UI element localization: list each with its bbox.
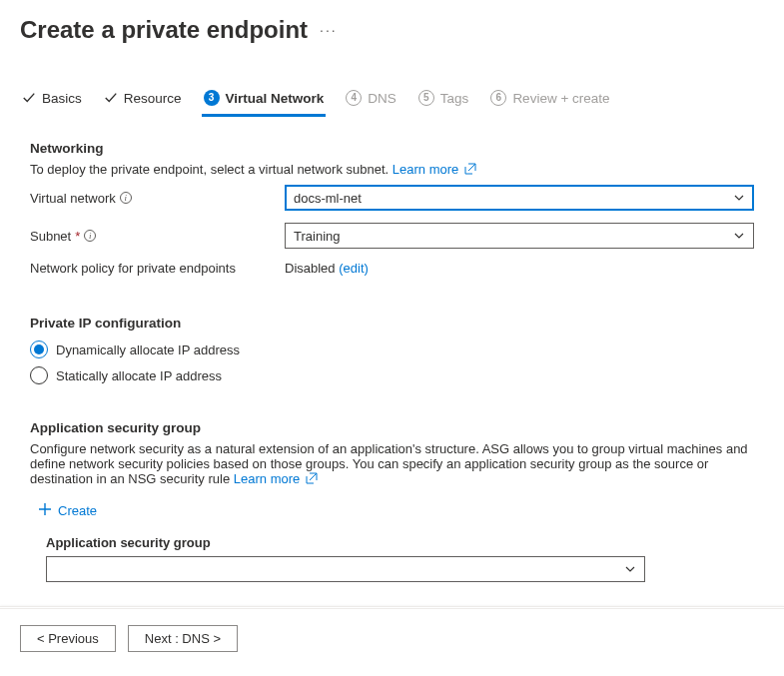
asg-sub-label: Application security group: [46, 535, 754, 550]
tab-tags-label: Tags: [440, 91, 469, 106]
learn-more-label: Learn more: [392, 162, 458, 177]
page-title: Create a private endpoint: [20, 16, 308, 44]
more-options-icon[interactable]: ···: [320, 22, 338, 38]
ip-config-section-title: Private IP configuration: [30, 316, 754, 331]
tab-basics[interactable]: Basics: [20, 85, 84, 117]
asg-desc-text: Configure network security as a natural …: [30, 441, 748, 486]
subnet-select[interactable]: Training: [285, 223, 754, 249]
asg-create-button[interactable]: Create: [38, 502, 97, 519]
step-number-icon: 6: [490, 90, 506, 106]
info-icon[interactable]: i: [84, 230, 96, 242]
tab-dns-label: DNS: [368, 91, 396, 106]
chevron-down-icon: [733, 230, 745, 242]
wizard-tabs: Basics Resource 3 Virtual Network 4 DNS …: [0, 84, 784, 117]
step-number-icon: 3: [204, 90, 220, 106]
radio-static-label: Statically allocate IP address: [56, 368, 222, 383]
networking-desc-text: To deploy the private endpoint, select a…: [30, 162, 389, 177]
checkmark-icon: [104, 91, 118, 105]
vnet-select-value: docs-ml-net: [294, 191, 362, 206]
network-policy-label: Network policy for private endpoints: [30, 261, 285, 276]
radio-button-icon: [30, 366, 48, 384]
next-button[interactable]: Next : DNS >: [128, 625, 238, 652]
tab-review-create[interactable]: 6 Review + create: [488, 84, 611, 117]
asg-description: Configure network security as a natural …: [30, 441, 754, 486]
info-icon[interactable]: i: [120, 192, 132, 204]
subnet-label: Subnet * i: [30, 229, 285, 244]
plus-icon: [38, 502, 52, 519]
subnet-label-text: Subnet: [30, 229, 71, 244]
radio-static-ip[interactable]: Statically allocate IP address: [30, 366, 754, 384]
asg-section-title: Application security group: [30, 420, 754, 435]
policy-value-text: Disabled: [285, 261, 336, 276]
radio-button-icon: [30, 340, 48, 358]
step-number-icon: 5: [418, 90, 434, 106]
external-link-icon: [464, 163, 476, 175]
network-policy-value: Disabled (edit): [285, 261, 369, 276]
tab-virtual-network-label: Virtual Network: [226, 91, 325, 106]
asg-select[interactable]: [46, 556, 645, 582]
asg-create-label: Create: [58, 503, 97, 518]
tab-basics-label: Basics: [42, 91, 82, 106]
chevron-down-icon: [624, 563, 636, 575]
virtual-network-label: Virtual network i: [30, 191, 285, 206]
policy-edit-link[interactable]: (edit): [339, 261, 369, 276]
networking-description: To deploy the private endpoint, select a…: [30, 162, 754, 177]
tab-resource[interactable]: Resource: [102, 85, 184, 117]
asg-learn-more-link[interactable]: Learn more: [234, 471, 318, 486]
chevron-down-icon: [733, 192, 745, 204]
tab-resource-label: Resource: [124, 91, 182, 106]
external-link-icon: [306, 472, 318, 484]
tab-dns[interactable]: 4 DNS: [344, 84, 398, 117]
vnet-label-text: Virtual network: [30, 191, 116, 206]
networking-learn-more-link[interactable]: Learn more: [392, 162, 476, 177]
asg-learn-more-label: Learn more: [234, 471, 300, 486]
networking-section-title: Networking: [30, 141, 754, 156]
tab-review-create-label: Review + create: [512, 91, 609, 106]
virtual-network-select[interactable]: docs-ml-net: [285, 185, 754, 211]
subnet-select-value: Training: [294, 229, 340, 244]
required-indicator: *: [75, 229, 80, 244]
radio-dynamic-label: Dynamically allocate IP address: [56, 342, 240, 357]
previous-button[interactable]: < Previous: [20, 625, 116, 652]
checkmark-icon: [22, 91, 36, 105]
tab-tags[interactable]: 5 Tags: [416, 84, 471, 117]
tab-virtual-network[interactable]: 3 Virtual Network: [202, 84, 327, 117]
step-number-icon: 4: [346, 90, 362, 106]
radio-dynamic-ip[interactable]: Dynamically allocate IP address: [30, 340, 754, 358]
